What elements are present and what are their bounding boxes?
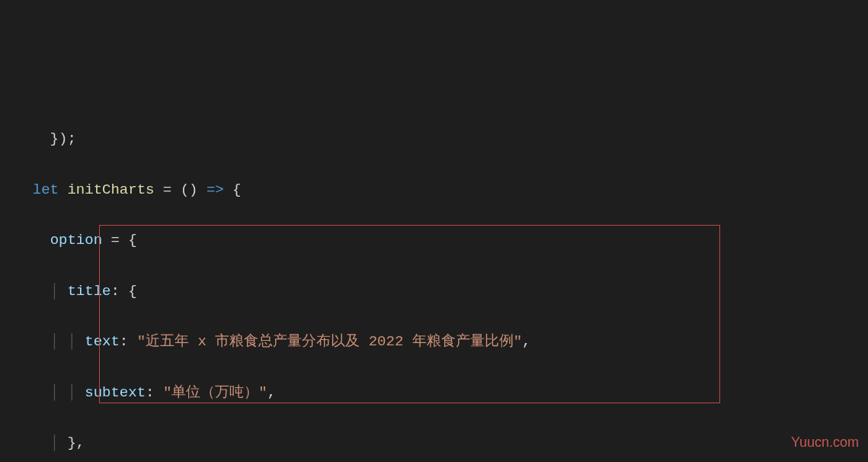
code-line: }); [15,127,868,152]
watermark: Yuucn.com [791,431,859,455]
code-line: option = { [15,228,868,253]
code-editor[interactable]: }); let initCharts = () => { option = { … [0,101,868,462]
code-line: │ │ text: "近五年 x 市粮食总产量分布以及 2022 年粮食产量比例… [15,329,868,355]
code-line: │ title: { [15,279,868,304]
code-line: │ }, [15,431,868,456]
code-line: │ │ subtext: "单位（万吨）", [15,380,868,406]
code-line: let initCharts = () => { [15,178,868,203]
